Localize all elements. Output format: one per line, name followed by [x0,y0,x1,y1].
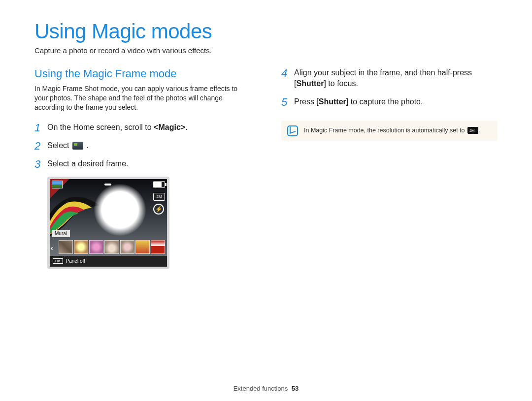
step-text-post: . [86,141,88,150]
step-number: 5 [281,96,288,108]
step-3: 3 Select a desired frame. [34,158,251,170]
note-text: In Magic Frame mode, the resolution is a… [304,127,466,134]
step-text: Align your subject in the frame, and the… [294,67,498,90]
step-text: Press [Shutter] to capture the photo. [294,96,423,107]
step-text-post: . [185,123,187,131]
step-2: 2 Select . [34,140,251,152]
frame-thumb [59,240,73,254]
note-box: In Magic Frame mode, the resolution is a… [281,121,498,141]
section-title: Using the Magic Frame mode [34,67,251,80]
frame-thumb [104,240,119,254]
ok-button-label: OK [53,258,63,264]
step-text: On the Home screen, scroll to <Magic>. [47,122,188,133]
section-description: In Magic Frame Shot mode, you can apply … [34,84,251,112]
step-number: 2 [34,140,41,152]
step-text-post: ] to focus. [324,79,358,88]
step-bold: <Magic> [154,123,185,131]
flash-icon: ⚡ [153,204,164,215]
step-number: 3 [34,158,41,170]
playback-thumb-icon [52,181,63,188]
right-column: 4 Align your subject in the frame, and t… [281,67,498,269]
magic-frame-icon [72,142,83,150]
step-bold: Shutter [319,97,346,106]
page-subtitle: Capture a photo or record a video with v… [34,46,498,55]
note-text-post: . [478,127,480,134]
step-text-post: ] to capture the photo. [346,97,423,106]
step-1: 1 On the Home screen, scroll to <Magic>. [34,122,251,133]
step-4: 4 Align your subject in the frame, and t… [281,67,498,90]
page-footer: Extended functions 53 [0,385,532,392]
step-text: Select a desired frame. [47,158,129,169]
step-text: Select . [47,140,89,151]
frame-thumb [89,240,103,254]
resolution-badge: 2M [153,193,165,201]
frame-thumb [120,240,134,254]
page-title: Using Magic modes [34,20,498,43]
camera-preview-illustration: 2M ⚡ Mural ‹ [47,177,169,269]
step-5: 5 Press [Shutter] to capture the photo. [281,96,498,108]
footer-section-label: Extended functions [233,385,288,392]
prev-chevron-icon: ‹ [51,244,53,252]
left-column: Using the Magic Frame mode In Magic Fram… [34,67,251,269]
step-text-pre: Press [ [294,97,319,106]
frame-thumb [74,240,88,254]
note-icon [287,125,298,136]
step-number: 1 [34,122,41,133]
frame-thumbnails [59,240,165,254]
step-bold: Shutter [296,79,324,88]
lens-flare [94,184,146,236]
resolution-inline-badge [467,127,478,134]
step-text-pre: Select a desired frame. [47,159,129,168]
frame-label: Mural [52,230,70,237]
frame-thumb [135,240,150,254]
step-number: 4 [281,67,288,79]
footer-page-number: 53 [292,385,299,392]
indicator-icon [104,184,111,185]
step-text-pre: Select [47,141,71,150]
frame-thumb [151,240,165,254]
battery-icon [153,181,165,188]
step-text-pre: On the Home screen, scroll to [47,123,154,131]
panel-off-label: Panel off [66,258,85,264]
